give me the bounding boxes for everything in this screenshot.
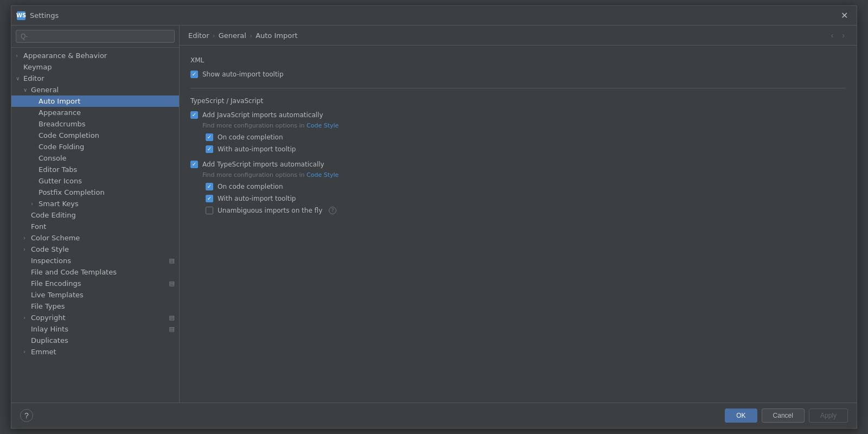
sidebar-item-label: Console: [39, 154, 67, 162]
sidebar-item-label: Smart Keys: [39, 200, 79, 208]
sidebar-item-appearance[interactable]: Appearance: [11, 107, 179, 118]
add-ts-imports-checkbox[interactable]: ✓: [190, 161, 198, 168]
chevron-icon: ›: [23, 349, 31, 355]
sidebar-item-label: Code Style: [31, 245, 69, 253]
chevron-icon: ∨: [16, 75, 23, 81]
content-area: XML ✓ Show auto-import tooltip TypeScrip…: [180, 46, 857, 403]
sidebar-item-duplicates[interactable]: Duplicates: [11, 335, 179, 346]
sidebar-item-inspections[interactable]: Inspections▤: [11, 255, 179, 266]
app-icon: WS: [17, 11, 25, 20]
sidebar-item-keymap[interactable]: Keymap: [11, 61, 179, 73]
add-ts-imports-label[interactable]: ✓ Add TypeScript imports automatically: [190, 161, 324, 168]
sidebar-item-editor[interactable]: ∨Editor: [11, 73, 179, 84]
main-content: Editor › General › Auto Import ‹ › XML: [180, 25, 857, 403]
check-icon-js: ✓: [192, 112, 196, 118]
check-icon: ✓: [192, 72, 196, 77]
add-js-imports-label[interactable]: ✓ Add JavaScript imports automatically: [190, 111, 323, 119]
sidebar-item-gutter-icons[interactable]: Gutter Icons: [11, 175, 179, 187]
chevron-icon: ›: [16, 53, 23, 59]
settings-dialog: WS Settings ✕ ›Appearance & BehaviorKeym…: [11, 5, 857, 429]
sidebar-item-code-style[interactable]: ›Code Style: [11, 244, 179, 255]
check-icon-js-occ: ✓: [207, 135, 212, 140]
sidebar-item-breadcrumbs[interactable]: Breadcrumbs: [11, 118, 179, 130]
help-button[interactable]: ?: [20, 409, 33, 422]
chevron-icon: ∨: [23, 87, 31, 93]
sidebar-item-color-scheme[interactable]: ›Color Scheme: [11, 232, 179, 244]
menu-icon: ▤: [169, 257, 175, 264]
sidebar-item-live-templates[interactable]: Live Templates: [11, 289, 179, 301]
with-auto-import-tooltip-ts-checkbox[interactable]: ✓: [206, 195, 213, 202]
sidebar-item-label: Font: [31, 222, 46, 231]
option-with-auto-import-tooltip-js: ✓ With auto-import tooltip: [206, 144, 846, 154]
sidebar-item-label: Copyright: [31, 314, 66, 322]
footer: ? OK Cancel Apply: [11, 403, 857, 428]
show-auto-import-tooltip-checkbox[interactable]: ✓: [190, 71, 198, 78]
sidebar-item-auto-import[interactable]: Auto Import: [11, 95, 179, 107]
sidebar-item-label: File Types: [31, 302, 65, 310]
sidebar-item-postfix-completion[interactable]: Postfix Completion: [11, 187, 179, 198]
unambiguous-imports-label[interactable]: Unambiguous imports on the fly ?: [206, 207, 336, 214]
sidebar-item-copyright[interactable]: ›Copyright▤: [11, 312, 179, 323]
sidebar-item-label: Code Editing: [31, 211, 76, 219]
breadcrumb: Editor › General › Auto Import: [188, 31, 298, 40]
unambiguous-imports-checkbox[interactable]: [206, 207, 213, 214]
xml-section-title: XML: [190, 56, 846, 64]
sidebar-item-font[interactable]: Font: [11, 221, 179, 232]
on-code-completion-ts-checkbox[interactable]: ✓: [206, 183, 213, 190]
chevron-icon: ›: [23, 235, 31, 241]
on-code-completion-js-checkbox[interactable]: ✓: [206, 133, 213, 141]
check-icon-ts-ait: ✓: [207, 196, 212, 201]
menu-icon: ▤: [169, 280, 175, 287]
nav-forward-button[interactable]: ›: [839, 30, 848, 41]
ts-section-title: TypeScript / JavaScript: [190, 97, 846, 105]
sidebar-item-label: Duplicates: [31, 336, 68, 344]
with-auto-import-tooltip-js-text: With auto-import tooltip: [218, 145, 296, 153]
with-auto-import-tooltip-js-label[interactable]: ✓ With auto-import tooltip: [206, 145, 296, 153]
breadcrumb-editor: Editor: [188, 31, 209, 40]
sidebar-item-smart-keys[interactable]: ›Smart Keys: [11, 198, 179, 209]
sidebar-item-emmet[interactable]: ›Emmet: [11, 346, 179, 358]
cancel-button[interactable]: Cancel: [762, 409, 805, 423]
sidebar-item-file-and-code-templates[interactable]: File and Code Templates: [11, 266, 179, 278]
sidebar-item-general[interactable]: ∨General: [11, 84, 179, 95]
close-button[interactable]: ✕: [838, 9, 851, 22]
sidebar-item-label: Editor: [23, 74, 44, 82]
ok-button[interactable]: OK: [725, 409, 757, 423]
with-auto-import-tooltip-ts-label[interactable]: ✓ With auto-import tooltip: [206, 195, 296, 202]
sidebar-item-label: General: [31, 86, 59, 94]
footer-buttons: OK Cancel Apply: [725, 409, 848, 423]
nav-back-button[interactable]: ‹: [828, 30, 837, 41]
sidebar-item-label: Live Templates: [31, 291, 84, 299]
on-code-completion-ts-text: On code completion: [218, 183, 283, 190]
sidebar-item-code-completion[interactable]: Code Completion: [11, 130, 179, 141]
show-auto-import-tooltip-label[interactable]: ✓ Show auto-import tooltip: [190, 71, 284, 78]
sidebar-item-code-editing[interactable]: Code Editing: [11, 209, 179, 221]
apply-button[interactable]: Apply: [809, 409, 848, 423]
sidebar-item-file-types[interactable]: File Types: [11, 301, 179, 312]
with-auto-import-tooltip-js-checkbox[interactable]: ✓: [206, 145, 213, 153]
sidebar-item-file-encodings[interactable]: File Encodings▤: [11, 278, 179, 289]
sidebar-item-inlay-hints[interactable]: Inlay Hints▤: [11, 323, 179, 335]
code-style-link-ts[interactable]: Code Style: [307, 171, 339, 178]
sidebar-item-appearance-behavior[interactable]: ›Appearance & Behavior: [11, 50, 179, 61]
dialog-body: ›Appearance & BehaviorKeymap∨Editor∨Gene…: [11, 25, 857, 403]
breadcrumb-bar: Editor › General › Auto Import ‹ ›: [180, 25, 857, 46]
title-bar-left: WS Settings: [17, 11, 59, 20]
sidebar-item-console[interactable]: Console: [11, 152, 179, 164]
search-box: [11, 25, 179, 48]
sidebar-item-label: Appearance: [39, 108, 81, 117]
settings-tree: ›Appearance & BehaviorKeymap∨Editor∨Gene…: [11, 48, 179, 403]
add-js-imports-checkbox[interactable]: ✓: [190, 111, 198, 119]
help-icon-unambiguous[interactable]: ?: [329, 207, 336, 214]
unambiguous-imports-text: Unambiguous imports on the fly: [218, 207, 322, 214]
breadcrumb-sep-2: ›: [250, 31, 252, 40]
sidebar-item-label: File Encodings: [31, 279, 81, 288]
code-style-link-js[interactable]: Code Style: [307, 122, 339, 129]
sidebar-item-label: Postfix Completion: [39, 188, 105, 196]
on-code-completion-ts-label[interactable]: ✓ On code completion: [206, 183, 283, 190]
search-input[interactable]: [16, 30, 175, 43]
on-code-completion-js-label[interactable]: ✓ On code completion: [206, 133, 283, 141]
sidebar-item-label: Editor Tabs: [39, 165, 77, 174]
sidebar-item-editor-tabs[interactable]: Editor Tabs: [11, 164, 179, 175]
sidebar-item-code-folding[interactable]: Code Folding: [11, 141, 179, 152]
